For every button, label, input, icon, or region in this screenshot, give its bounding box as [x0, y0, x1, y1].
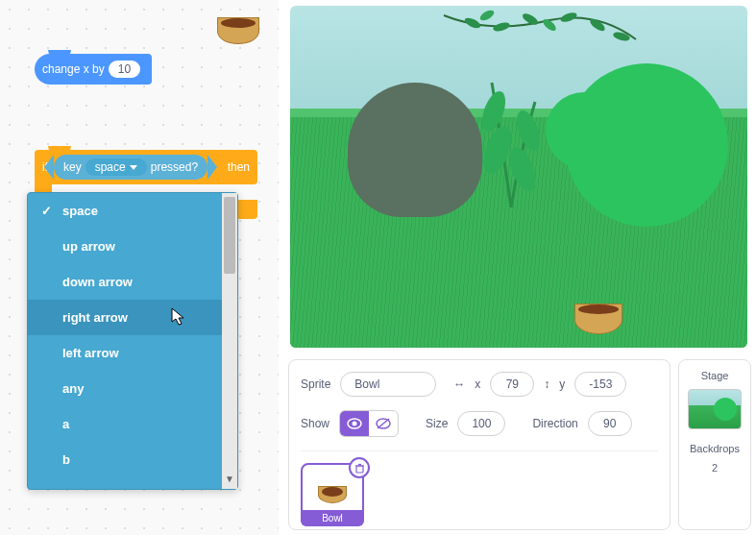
dropdown-item-c[interactable]: c [28, 477, 222, 489]
dropdown-item-down-arrow[interactable]: down arrow [28, 264, 222, 300]
dropdown-item-a[interactable]: a [28, 406, 222, 442]
x-input[interactable]: 79 [490, 372, 534, 397]
sprite-name-input[interactable]: Bowl [340, 372, 436, 397]
sprite-info-panel: Sprite Bowl ↔ x 79 ↕ y -153 Show Size 10… [288, 359, 671, 530]
sprite-thumbnail-bowl[interactable]: Bowl [301, 463, 364, 526]
svg-point-13 [353, 422, 357, 426]
eye-icon [347, 418, 362, 429]
size-label: Size [426, 417, 448, 430]
svg-point-11 [504, 144, 540, 195]
svg-point-3 [559, 11, 578, 24]
svg-point-10 [512, 108, 545, 154]
show-button[interactable] [340, 411, 369, 436]
stage-bowl-sprite [574, 304, 622, 334]
dropdown-item-space[interactable]: space [28, 193, 222, 229]
dropdown-item-b[interactable]: b [28, 442, 222, 477]
svg-point-6 [478, 9, 496, 23]
hide-button[interactable] [369, 411, 398, 436]
size-input[interactable]: 100 [457, 411, 505, 436]
xy-icon: ↔ [453, 377, 465, 391]
svg-rect-16 [356, 466, 363, 473]
sprite-thumb-label: Bowl [301, 510, 364, 526]
dropdown-item-any[interactable]: any [28, 371, 222, 406]
scroll-down-icon[interactable]: ▼ [224, 474, 235, 485]
chevron-down-icon [130, 165, 137, 170]
dropdown-item-right-arrow[interactable]: right arrow [28, 300, 222, 335]
block-label: change x by [42, 62, 105, 76]
eye-off-icon [376, 418, 391, 429]
y-label: y [559, 377, 565, 391]
sprite-label: Sprite [301, 377, 330, 391]
key-dropdown-menu[interactable]: spaceup arrowdown arrowright arrowleft a… [27, 192, 238, 490]
svg-point-1 [492, 21, 510, 33]
show-label: Show [301, 417, 329, 430]
scrollbar-thumb[interactable] [224, 197, 235, 274]
backdrops-label: Backdrops [690, 443, 740, 454]
change-x-by-block[interactable]: change x by 10 [35, 54, 152, 85]
x-label: x [475, 377, 480, 391]
stage-preview [288, 4, 749, 350]
visibility-toggle [339, 410, 399, 437]
dropdown-item-up-arrow[interactable]: up arrow [28, 229, 222, 264]
svg-point-9 [478, 122, 517, 177]
stage-title: Stage [701, 370, 729, 381]
direction-input[interactable]: 90 [588, 411, 632, 436]
delete-sprite-button[interactable] [349, 457, 370, 478]
key-pressed-block[interactable]: key space pressed? [54, 155, 207, 180]
y-icon: ↕ [544, 377, 549, 391]
stage-panel: Stage Backdrops 2 [678, 359, 751, 530]
fern-plant [463, 63, 559, 207]
key-label: key [63, 160, 82, 174]
svg-point-5 [612, 31, 630, 42]
sprite-preview-bowl [217, 17, 259, 44]
direction-label: Direction [532, 417, 577, 430]
dropdown-scrollbar[interactable]: ▼ [222, 193, 237, 489]
backdrop-thumbnail[interactable] [688, 389, 742, 429]
backdrops-count: 2 [712, 462, 718, 474]
then-label: then [228, 160, 250, 174]
change-x-value-input[interactable]: 10 [109, 61, 140, 78]
y-input[interactable]: -153 [574, 372, 626, 397]
if-then-block[interactable]: if key space pressed? then [35, 150, 257, 184]
trash-icon [354, 463, 365, 474]
dropdown-item-left-arrow[interactable]: left arrow [28, 335, 222, 371]
block-workspace[interactable]: change x by 10 if key space pressed? the… [0, 0, 279, 535]
pressed-label: pressed? [151, 160, 198, 174]
key-dropdown[interactable]: space [85, 158, 147, 176]
